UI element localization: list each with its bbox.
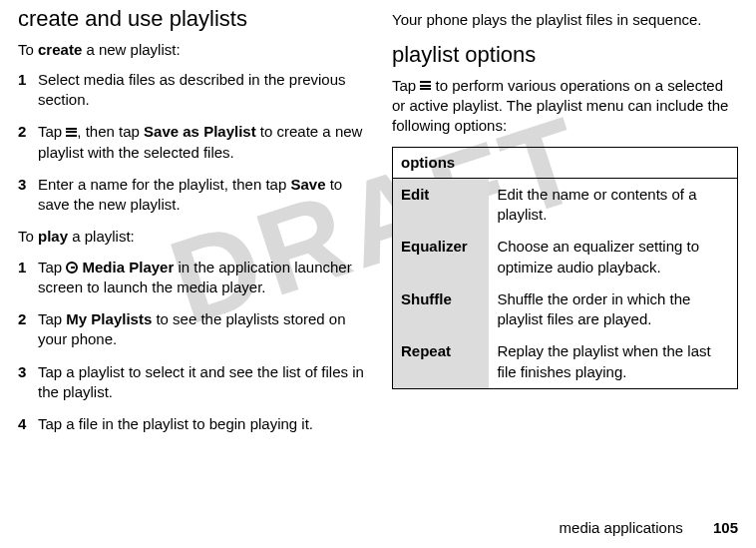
table-header-row: options (393, 147, 738, 178)
table-heading: options (393, 147, 738, 178)
table-row: Edit Edit the name or contents of a play… (393, 178, 738, 231)
step-create-1: 1 Select media files as described in the… (18, 70, 364, 111)
step-text: Tap My Playlists to see the playlists st… (38, 309, 364, 350)
text: , then tap (77, 123, 144, 140)
footer-section: media applications (560, 519, 683, 536)
option-desc: Replay the playlist when the last file f… (489, 335, 737, 388)
steps-create: 1 Select media files as described in the… (18, 70, 364, 216)
step-number: 3 (18, 175, 38, 216)
page-columns: create and use playlists To create a new… (0, 0, 756, 446)
text: My Playlists (66, 310, 152, 327)
step-text: Enter a name for the playlist, then tap … (38, 175, 364, 216)
text: To (18, 228, 38, 245)
intro-create: To create a new playlist: (18, 40, 364, 60)
step-play-4: 4 Tap a file in the playlist to begin pl… (18, 414, 364, 434)
text: Save as Playlist (144, 123, 256, 140)
step-play-1: 1 Tap Media Player in the application la… (18, 258, 364, 298)
text: Save (290, 176, 325, 193)
page-number: 105 (713, 519, 738, 536)
step-number: 1 (18, 258, 38, 298)
paragraph-options-intro: Tap to perform various operations on a s… (392, 76, 738, 137)
option-desc: Choose an equalizer setting to optimize … (489, 231, 737, 283)
option-desc: Edit the name or contents of a playlist. (489, 178, 737, 231)
step-number: 1 (18, 70, 38, 111)
heading-playlist-options: playlist options (392, 40, 738, 70)
steps-play: 1 Tap Media Player in the application la… (18, 258, 364, 435)
text: Tap (38, 310, 66, 327)
option-name: Shuffle (393, 283, 490, 336)
table-row: Repeat Replay the playlist when the last… (393, 335, 738, 388)
step-number: 2 (18, 122, 38, 163)
text: Media Player (83, 259, 175, 275)
text: a playlist: (68, 228, 135, 245)
text: create (38, 41, 82, 58)
step-play-2: 2 Tap My Playlists to see the playlists … (18, 309, 364, 350)
option-desc: Shuffle the order in which the playlist … (489, 283, 737, 336)
step-text: Tap , then tap Save as Playlist to creat… (38, 122, 364, 163)
step-play-3: 3 Tap a playlist to select it and see th… (18, 362, 364, 403)
step-number: 3 (18, 362, 38, 403)
options-table: options Edit Edit the name or contents o… (392, 147, 738, 389)
text: to perform various operations on a selec… (392, 77, 728, 135)
text: Tap (38, 259, 66, 275)
right-column: Your phone plays the playlist files in s… (392, 4, 738, 446)
step-text: Select media files as described in the p… (38, 70, 364, 111)
option-name: Equalizer (393, 231, 490, 283)
intro-play: To play a playlist: (18, 227, 364, 247)
text: a new playlist: (82, 41, 180, 58)
table-row: Equalizer Choose an equalizer setting to… (393, 231, 738, 283)
step-text: Tap a file in the playlist to begin play… (38, 414, 364, 434)
step-number: 2 (18, 309, 38, 350)
text: Tap (392, 77, 420, 94)
step-text: Tap a playlist to select it and see the … (38, 362, 364, 403)
step-create-3: 3 Enter a name for the playlist, then ta… (18, 175, 364, 216)
text: play (38, 228, 68, 245)
heading-create-use-playlists: create and use playlists (18, 4, 364, 34)
media-player-icon (66, 262, 78, 274)
step-create-2: 2 Tap , then tap Save as Playlist to cre… (18, 122, 364, 163)
text: Tap (38, 123, 66, 140)
menu-icon (420, 81, 431, 90)
text: To (18, 41, 38, 58)
step-text: Tap Media Player in the application laun… (38, 258, 364, 298)
step-number: 4 (18, 414, 38, 434)
text: Enter a name for the playlist, then tap (38, 176, 290, 193)
option-name: Repeat (393, 335, 490, 388)
option-name: Edit (393, 178, 490, 231)
left-column: create and use playlists To create a new… (18, 4, 364, 446)
paragraph-top: Your phone plays the playlist files in s… (392, 10, 738, 30)
page-footer: media applications 105 (560, 519, 738, 536)
table-row: Shuffle Shuffle the order in which the p… (393, 283, 738, 336)
menu-icon (66, 128, 77, 137)
